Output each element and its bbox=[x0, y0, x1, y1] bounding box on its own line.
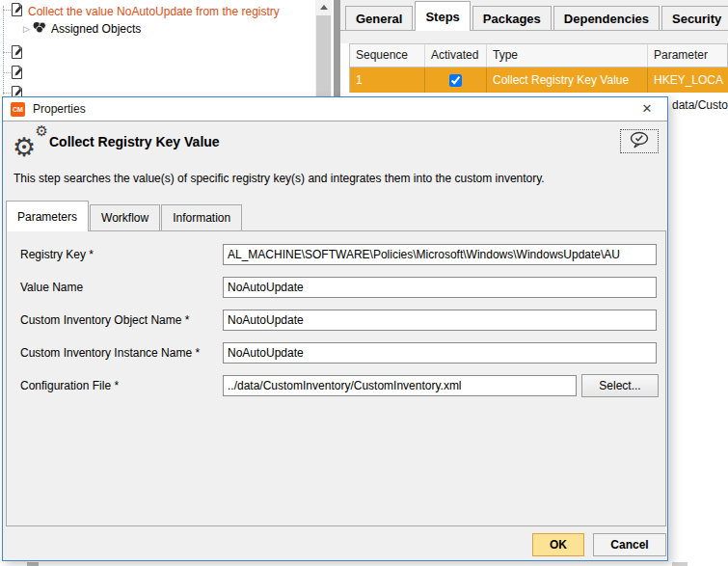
instance-name-label: Custom Inventory Instance Name * bbox=[20, 342, 200, 364]
document-edit-icon bbox=[10, 65, 24, 83]
table-header-row: Sequence Activated Type Parameter bbox=[349, 43, 728, 67]
steps-table: Sequence Activated Type Parameter 1 Coll… bbox=[349, 43, 728, 93]
objects-group-icon bbox=[32, 21, 47, 37]
expander-icon[interactable]: ▷ bbox=[23, 24, 30, 34]
tree-item-assigned-objects[interactable]: ▷ Assigned Objects bbox=[23, 21, 141, 37]
application-window: Collect the value NoAutoUpdate from the … bbox=[0, 0, 728, 566]
tab-information[interactable]: Information bbox=[161, 204, 242, 230]
cell-type: Collect Registry Key Value bbox=[487, 67, 648, 93]
main-tab-bar: General Steps Packages Dependencies Secu… bbox=[340, 0, 728, 31]
select-file-button[interactable]: Select... bbox=[581, 374, 659, 397]
tab-packages[interactable]: Packages bbox=[472, 6, 552, 30]
cell-sequence: 1 bbox=[350, 67, 425, 93]
tree-item-step[interactable] bbox=[10, 44, 24, 63]
step-tree-panel: Collect the value NoAutoUpdate from the … bbox=[0, 0, 315, 96]
scroll-up-button[interactable] bbox=[315, 0, 332, 14]
tab-dependencies[interactable]: Dependencies bbox=[553, 6, 660, 30]
table-row-selected[interactable]: 1 Collect Registry Key Value HKEY_LOCA bbox=[349, 67, 728, 93]
document-edit-icon bbox=[10, 44, 24, 63]
clipped-background-element bbox=[672, 562, 688, 566]
tree-scrollbar bbox=[315, 0, 332, 96]
dialog-tab-bar: Parameters Workflow Information bbox=[6, 200, 666, 230]
app-logo-icon: CM bbox=[11, 102, 25, 117]
clipped-parameter-text: data/Custom bbox=[672, 98, 728, 112]
configuration-file-field[interactable] bbox=[223, 375, 577, 396]
dialog-title: Properties bbox=[33, 97, 86, 121]
object-name-field[interactable] bbox=[223, 310, 657, 331]
cell-activated bbox=[425, 67, 487, 93]
up-arrow-icon bbox=[320, 5, 328, 10]
activated-checkbox[interactable] bbox=[449, 74, 462, 87]
cell-parameter: HKEY_LOCA bbox=[648, 67, 728, 93]
comment-button[interactable] bbox=[620, 129, 659, 153]
step-title: Collect Registry Key Value bbox=[49, 134, 220, 149]
gears-icon: ⚙ ⚙ bbox=[13, 124, 51, 161]
panel-splitter[interactable] bbox=[334, 0, 340, 99]
document-edit-icon bbox=[10, 2, 24, 20]
parameters-panel: Registry Key * Value Name Custom Invento… bbox=[6, 230, 666, 526]
tree-item-step[interactable] bbox=[10, 65, 24, 83]
column-header-sequence[interactable]: Sequence bbox=[350, 44, 425, 67]
tree-item-selected-step[interactable]: Collect the value NoAutoUpdate from the … bbox=[10, 2, 280, 20]
object-name-label: Custom Inventory Object Name * bbox=[20, 310, 189, 331]
instance-name-field[interactable] bbox=[223, 342, 657, 364]
ok-button[interactable]: OK bbox=[532, 533, 584, 556]
close-icon[interactable]: ✕ bbox=[631, 97, 663, 121]
comment-check-icon bbox=[628, 131, 651, 151]
tab-security[interactable]: Security bbox=[661, 6, 728, 30]
tab-workflow[interactable]: Workflow bbox=[90, 204, 160, 230]
tree-item-label: Assigned Objects bbox=[51, 22, 141, 36]
step-description: This step searches the value(s) of speci… bbox=[13, 172, 650, 185]
registry-key-label: Registry Key * bbox=[20, 244, 94, 265]
gear-small-icon: ⚙ bbox=[36, 123, 48, 138]
value-name-label: Value Name bbox=[20, 277, 83, 298]
configuration-file-label: Configuration File * bbox=[20, 375, 119, 396]
clipped-background-element bbox=[27, 562, 39, 566]
column-header-activated[interactable]: Activated bbox=[425, 44, 487, 67]
value-name-field[interactable] bbox=[223, 277, 657, 298]
properties-dialog: CM Properties ✕ ⚙ ⚙ Collect Registry Key… bbox=[2, 96, 668, 561]
tree-connector-line bbox=[3, 6, 4, 94]
gear-large-icon: ⚙ bbox=[13, 135, 36, 161]
tab-parameters[interactable]: Parameters bbox=[6, 201, 89, 231]
tab-general[interactable]: General bbox=[345, 6, 413, 30]
registry-key-field[interactable] bbox=[223, 244, 657, 265]
tree-item-label: Collect the value NoAutoUpdate from the … bbox=[28, 5, 280, 18]
column-header-type[interactable]: Type bbox=[487, 44, 648, 67]
cancel-button[interactable]: Cancel bbox=[593, 533, 666, 556]
column-header-parameter[interactable]: Parameter bbox=[648, 44, 727, 67]
scrollbar-thumb[interactable] bbox=[316, 15, 331, 96]
dialog-titlebar[interactable]: CM Properties ✕ bbox=[3, 97, 667, 121]
tab-steps[interactable]: Steps bbox=[415, 1, 470, 31]
